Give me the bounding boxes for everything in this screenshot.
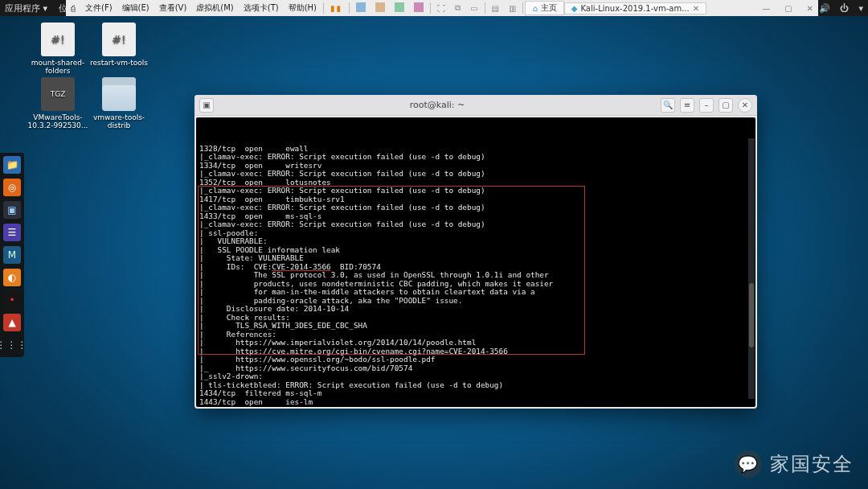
dock-app-icon[interactable]: M (3, 246, 21, 264)
gnome-applications[interactable]: 应用程序 ▾ (5, 2, 47, 14)
tray-menu-caret-icon[interactable]: ▾ (858, 3, 863, 14)
script-file-icon: #! (102, 23, 136, 56)
terminal-title: root@kali: ~ (214, 100, 661, 110)
home-icon: ⌂ (532, 4, 537, 13)
vm-tab-home[interactable]: ⌂ 主页 (525, 1, 563, 15)
dock-files-icon[interactable]: 📁 (3, 156, 21, 174)
terminal-newtab-button[interactable]: ▣ (199, 98, 214, 113)
vm-menu-view[interactable]: 查看(V) (159, 2, 187, 14)
gnome-dock: 📁 ◎ ▣ ☰ M ◐ • ▲ ⋮⋮⋮ (0, 153, 24, 357)
terminal-close-button[interactable]: ✕ (738, 98, 752, 113)
toolbar-icon[interactable]: ▭ (470, 4, 477, 13)
folder-icon (102, 77, 136, 111)
dock-app-icon[interactable]: ☰ (3, 224, 21, 241)
terminal-search-button[interactable]: 🔍 (661, 98, 675, 113)
vmware-menu-bar: ⎙ 文件(F) 编辑(E) 查看(V) 虚拟机(M) 选项卡(T) 帮助(H) … (66, 0, 818, 16)
vm-menu-file[interactable]: 文件(F) (85, 2, 113, 14)
desktop-icon-restart-tools[interactable]: #! restart-vm-tools (88, 23, 149, 67)
dock-app-icon[interactable]: ◎ (3, 179, 21, 196)
tab-label: Kali-Linux-2019.1-vm-am... (580, 4, 689, 13)
toolbar-icon[interactable] (356, 2, 366, 14)
icon-label: VMwareTools-10.3.2-992530... (27, 113, 88, 129)
vm-menu-edit[interactable]: 编辑(E) (122, 2, 149, 14)
terminal-maximize-button[interactable]: ▢ (719, 98, 733, 113)
tgz-archive-icon: TGZ (41, 77, 75, 111)
terminal-minimize-button[interactable]: – (699, 98, 714, 113)
watermark: 💬 家国安全 (735, 450, 854, 478)
desktop-icon-distrib-folder[interactable]: vmware-tools-distrib (88, 77, 149, 129)
terminal-scrollbar[interactable] (748, 138, 755, 399)
scroll-thumb[interactable] (749, 283, 754, 347)
dock-firefox-icon[interactable]: ◐ (3, 269, 21, 286)
toolbar-icon[interactable] (414, 2, 424, 14)
dock-app-icon[interactable]: ▲ (3, 314, 21, 331)
volume-icon[interactable]: 🔊 (819, 3, 830, 14)
toolbar-icon[interactable] (395, 2, 404, 14)
toolbar-icon[interactable]: ⧉ (455, 3, 461, 13)
terminal-window: ▣ root@kali: ~ 🔍 ≡ – ▢ ✕ 1328/tcp open e… (194, 95, 757, 409)
power-icon[interactable]: ⏻ (840, 3, 849, 14)
desktop-icon-mount-shared[interactable]: #! mount-shared-folders (27, 23, 88, 75)
toolbar-icon[interactable] (375, 2, 385, 14)
terminal-menu-button[interactable]: ≡ (680, 98, 694, 113)
icon-label: vmware-tools-distrib (88, 113, 149, 129)
toolbar-icon[interactable]: ⛶ (437, 4, 445, 13)
watermark-text: 家国安全 (770, 451, 854, 477)
vm-menu-help[interactable]: 帮助(H) (289, 2, 317, 14)
wechat-icon: 💬 (735, 450, 762, 478)
script-file-icon: #! (41, 23, 75, 56)
terminal-titlebar[interactable]: ▣ root@kali: ~ 🔍 ≡ – ▢ ✕ (194, 95, 757, 116)
tab-label: 主页 (541, 2, 557, 14)
vm-menu-vm[interactable]: 虚拟机(M) (196, 2, 233, 14)
desktop-icon-vmwaretools[interactable]: TGZ VMwareTools-10.3.2-992530... (27, 77, 88, 129)
vm-menu-tabs[interactable]: 选项卡(T) (244, 2, 279, 14)
terminal-output[interactable]: 1328/tcp open ewall |_clamav-exec: ERROR… (196, 117, 755, 407)
vm-tab-kali[interactable]: ◆ Kali-Linux-2019.1-vm-am... ✕ (564, 2, 706, 14)
dock-show-apps-icon[interactable]: ⋮⋮⋮ (3, 336, 21, 354)
dock-app-icon[interactable]: • (3, 291, 21, 309)
kali-icon: ◆ (571, 4, 578, 13)
host-minimize-icon[interactable]: — (762, 4, 770, 13)
dock-terminal-icon[interactable]: ▣ (3, 201, 21, 219)
toolbar-icon[interactable]: ▤ (492, 4, 499, 13)
host-maximize-icon[interactable]: ▢ (784, 4, 792, 13)
icon-label: mount-shared-folders (27, 59, 88, 75)
vm-pause-icon[interactable]: ▮▮ (330, 4, 342, 13)
icon-label: restart-vm-tools (88, 59, 149, 67)
toolbar-icon[interactable]: ▥ (509, 4, 516, 13)
host-close-icon[interactable]: ✕ (807, 4, 813, 13)
tab-close-icon[interactable]: ✕ (693, 4, 699, 13)
workstation-icon[interactable]: ⎙ (71, 4, 76, 13)
